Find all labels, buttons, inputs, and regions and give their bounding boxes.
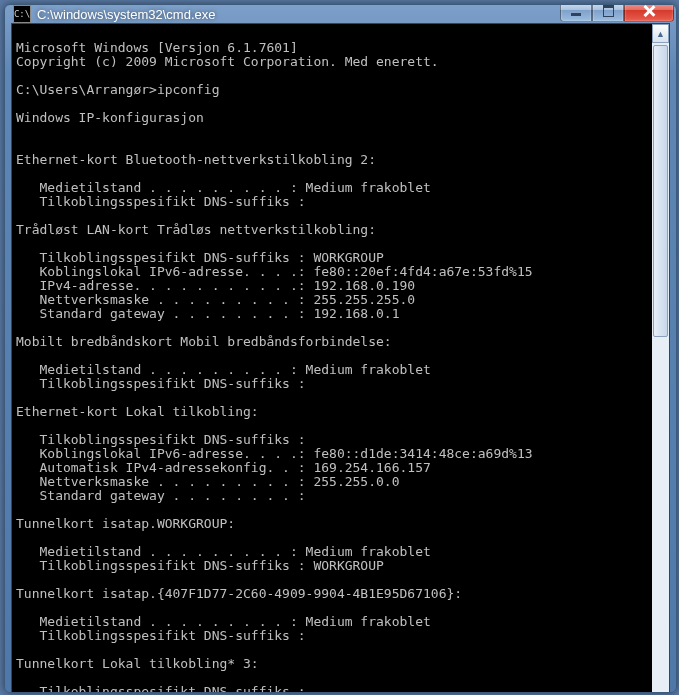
window-title: C:\windows\system32\cmd.exe [37, 7, 560, 22]
vertical-scrollbar[interactable]: ▲ ▼ [652, 24, 669, 693]
client-area: Microsoft Windows [Versjon 6.1.7601] Cop… [11, 23, 670, 693]
window-controls [560, 4, 674, 23]
cmd-window: C:\ C:\windows\system32\cmd.exe Microsof… [4, 4, 677, 693]
scroll-up-button[interactable]: ▲ [652, 24, 669, 43]
close-icon [642, 4, 656, 18]
console-output[interactable]: Microsoft Windows [Versjon 6.1.7601] Cop… [12, 37, 652, 693]
minimize-button[interactable] [560, 4, 592, 22]
titlebar[interactable]: C:\ C:\windows\system32\cmd.exe [5, 5, 676, 23]
maximize-icon [603, 5, 614, 17]
close-button[interactable] [624, 4, 674, 22]
minimize-icon [571, 13, 581, 16]
scroll-track[interactable] [652, 43, 669, 693]
maximize-button[interactable] [592, 4, 624, 22]
scroll-thumb[interactable] [653, 45, 668, 337]
cmd-icon: C:\ [13, 5, 31, 23]
